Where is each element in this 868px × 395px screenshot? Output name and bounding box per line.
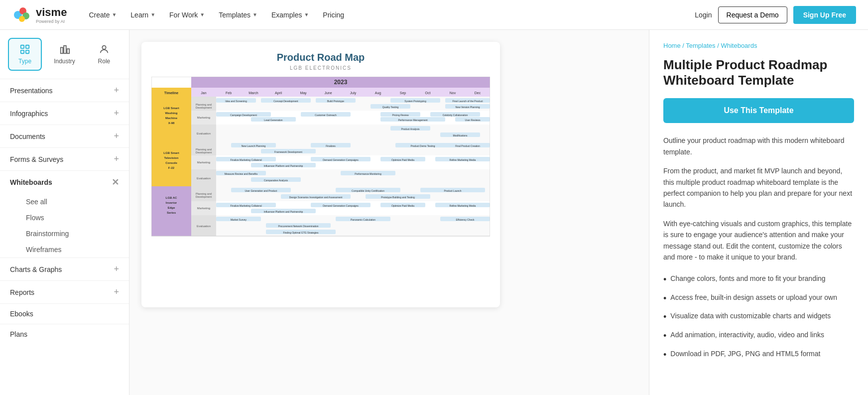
nav-pricing[interactable]: Pricing [317, 7, 350, 23]
svg-text:Performance Monitoring: Performance Monitoring [355, 172, 381, 175]
nav-examples[interactable]: Examples ▼ [265, 7, 315, 23]
roadmap-svg: 2023 Jan Feb March April May June July A… [151, 77, 490, 296]
sidebar-plans-section: Plans [0, 324, 129, 344]
industry-icon [59, 44, 70, 55]
svg-text:Performance Management: Performance Management [398, 119, 428, 122]
template-title: Multiple Product Roadmap Whiteboard Temp… [663, 57, 854, 88]
sidebar-item-charts[interactable]: Charts & Graphs + [0, 258, 129, 280]
svg-text:Machine: Machine [165, 117, 178, 120]
filter-tab-role[interactable]: Role [87, 38, 121, 71]
svg-text:July: July [350, 91, 357, 95]
sidebar-sub-see-all[interactable]: See all [16, 194, 129, 210]
brand-name: visme [36, 6, 67, 18]
breadcrumb-templates[interactable]: Templates [686, 42, 715, 49]
template-desc-2: From the product, and market fit MVP lau… [663, 165, 854, 210]
svg-text:Jan: Jan [201, 91, 206, 95]
svg-text:2023: 2023 [334, 79, 348, 86]
nav-forwork[interactable]: For Work ▼ [163, 7, 211, 23]
svg-text:Marketing: Marketing [197, 116, 210, 119]
svg-text:Sep: Sep [400, 91, 406, 95]
svg-point-3 [19, 16, 25, 22]
sidebar-item-ebooks[interactable]: Ebooks [0, 304, 129, 324]
svg-text:Evaluation: Evaluation [197, 225, 211, 228]
sidebar-charts-section: Charts & Graphs + [0, 258, 129, 280]
breadcrumb: Home / Templates / Whiteboards [663, 42, 854, 49]
sidebar-sub-flows[interactable]: Flows [16, 210, 129, 226]
filter-tabs: Type Industry Role [0, 38, 129, 79]
svg-text:Washing: Washing [165, 112, 178, 115]
request-demo-button[interactable]: Request a Demo [718, 6, 787, 23]
svg-text:Market Survey: Market Survey [231, 218, 247, 221]
sidebar-ebooks-section: Ebooks [0, 303, 129, 324]
sidebar-item-plans[interactable]: Plans [0, 324, 129, 344]
sidebar-item-documents[interactable]: Documents + [0, 125, 129, 147]
svg-text:Invertor: Invertor [166, 201, 177, 204]
login-button[interactable]: Login [695, 11, 712, 19]
right-panel: Home / Templates / Whiteboards Multiple … [649, 30, 868, 395]
feature-item: Visualize data with customizable charts … [663, 308, 854, 327]
expand-icon: + [114, 131, 119, 141]
svg-text:Celebrity Collaboration: Celebrity Collaboration [443, 114, 468, 117]
svg-text:Influencer Platform and Partne: Influencer Platform and Partnership [264, 210, 303, 213]
svg-text:LGB Smart: LGB Smart [163, 151, 179, 154]
breadcrumb-home[interactable]: Home [663, 42, 681, 49]
svg-text:Compatible Unity Certification: Compatible Unity Certification [352, 189, 384, 192]
svg-text:Refine Marketing Media: Refine Marketing Media [450, 158, 476, 161]
svg-text:Evaluation: Evaluation [197, 132, 211, 135]
svg-text:User Reviews: User Reviews [465, 119, 481, 122]
svg-text:Measure Review and Benefits: Measure Review and Benefits [225, 172, 258, 175]
svg-text:Pricing Review: Pricing Review [392, 114, 408, 117]
sidebar-sub-brainstorming[interactable]: Brainstorming [16, 226, 129, 242]
filter-tab-type[interactable]: Type [8, 38, 42, 71]
brand-sub: Powered by AI [36, 19, 67, 24]
feature-item: Change colors, fonts and more to fit you… [663, 270, 854, 289]
svg-text:LGB Smart: LGB Smart [163, 107, 179, 110]
svg-text:Idea and Screening: Idea and Screening [225, 100, 247, 103]
svg-text:Marketing: Marketing [197, 207, 210, 210]
svg-text:June: June [324, 91, 332, 95]
sidebar-sub-wireframes[interactable]: Wireframes [16, 242, 129, 258]
logo-icon [12, 5, 32, 25]
use-template-button[interactable]: Use This Template [663, 98, 854, 123]
logo[interactable]: visme Powered by AI [12, 5, 67, 25]
sidebar-item-reports[interactable]: Reports + [0, 281, 129, 303]
svg-rect-9 [64, 46, 66, 54]
svg-text:Procurement Network Disseminat: Procurement Network Dissemination [278, 225, 318, 228]
nav-links: Create ▼ Learn ▼ For Work ▼ Templates ▼ … [83, 7, 695, 23]
svg-text:Aug: Aug [375, 91, 381, 95]
svg-rect-7 [26, 50, 29, 53]
sidebar-presentations-section: Presentations + [0, 79, 129, 102]
svg-text:Lead Generation: Lead Generation [264, 119, 282, 122]
feature-item: Access free, built-in design assets or u… [663, 289, 854, 308]
svg-text:User Generation and Product: User Generation and Product [245, 189, 277, 192]
close-icon: ✕ [112, 177, 119, 188]
svg-text:March: March [248, 91, 258, 95]
svg-text:Customer Outreach: Customer Outreach [315, 114, 337, 117]
svg-text:Influencer Platform and Partne: Influencer Platform and Partnership [264, 164, 303, 167]
svg-text:Finding Optimal GTG Strategies: Finding Optimal GTG Strategies [283, 231, 319, 234]
sidebar-item-whiteboards[interactable]: Whiteboards ✕ [0, 171, 129, 194]
chevron-down-icon: ▼ [200, 12, 205, 17]
feature-item: Download in PDF, JPG, PNG and HTML5 form… [663, 346, 854, 365]
sidebar-item-forms[interactable]: Forms & Surveys + [0, 148, 129, 170]
template-desc-3: With eye-catching visuals and custom gra… [663, 218, 854, 263]
nav-learn[interactable]: Learn ▼ [124, 7, 161, 23]
svg-text:Finalize Marketing Collateral: Finalize Marketing Collateral [230, 204, 261, 207]
svg-text:Framework Development: Framework Development [274, 150, 302, 153]
svg-text:Demand Generation Campaigns: Demand Generation Campaigns [323, 158, 359, 161]
chevron-down-icon: ▼ [304, 12, 309, 17]
nav-templates[interactable]: Templates ▼ [213, 7, 263, 23]
sidebar-item-infographics[interactable]: Infographics + [0, 102, 129, 125]
svg-text:Console: Console [165, 161, 177, 164]
sidebar-documents-section: Documents + [0, 125, 129, 147]
filter-tab-industry[interactable]: Industry [46, 38, 83, 71]
signup-button[interactable]: Sign Up Free [793, 6, 856, 24]
svg-text:Efficiency Check: Efficiency Check [456, 218, 475, 221]
sidebar-item-presentations[interactable]: Presentations + [0, 79, 129, 102]
nav-create[interactable]: Create ▼ [83, 7, 123, 23]
sidebar-infographics-section: Infographics + [0, 102, 129, 125]
chevron-down-icon: ▼ [252, 12, 257, 17]
svg-text:Final Launch of the Product: Final Launch of the Product [452, 100, 483, 103]
svg-text:Optimize Paid Media: Optimize Paid Media [391, 204, 414, 207]
feature-item: Add animation, interactivity, audio, vid… [663, 327, 854, 346]
